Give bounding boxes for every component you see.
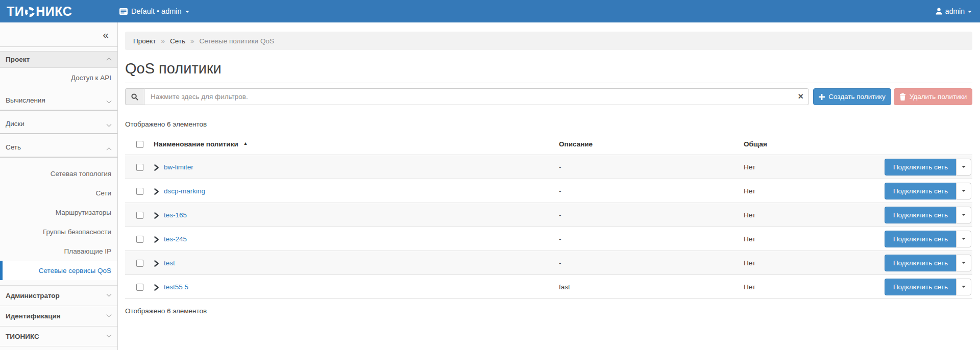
delete-policies-button[interactable]: Удалить политики	[894, 88, 972, 105]
expand-row-icon[interactable]	[154, 236, 159, 243]
clear-filter-icon[interactable]: ×	[798, 90, 803, 103]
policy-name-link[interactable]: tes-165	[164, 211, 187, 219]
row-action-dropdown-toggle[interactable]	[956, 159, 971, 176]
row-action-group: Подключить сеть	[885, 279, 971, 295]
section-label: Идентификация	[6, 312, 61, 320]
tionix-logo[interactable]: ТИ НИКС	[0, 4, 119, 19]
column-header-shared[interactable]: Общая	[744, 135, 866, 155]
attach-network-button[interactable]: Подключить сеть	[885, 255, 956, 271]
table-row: dscp-marking - Нет Подключить сеть	[125, 179, 972, 203]
expand-row-icon[interactable]	[154, 212, 159, 219]
button-label: Создать политику	[828, 93, 886, 101]
row-checkbox-cell	[125, 155, 154, 179]
sidebar-item-routers[interactable]: Маршрутизаторы	[0, 203, 117, 222]
row-name-cell: tes-245	[154, 227, 559, 251]
column-header-description[interactable]: Описание	[559, 135, 744, 155]
sidebar-item-network-qos[interactable]: Сетевые сервисы QoS	[0, 261, 117, 280]
project-context-switcher[interactable]: Default • admin	[119, 7, 189, 15]
logo-text-right: НИКС	[36, 4, 72, 19]
row-name-cell: bw-limiter	[154, 155, 559, 179]
filter-addon	[125, 88, 144, 105]
item-label: Доступ к API	[71, 74, 111, 82]
items-count-top: Отображено 6 элементов	[125, 120, 972, 128]
sidebar-section-tionix[interactable]: ТИОНИКС	[0, 326, 117, 346]
row-checkbox[interactable]	[136, 188, 143, 195]
section-label: ТИОНИКС	[6, 333, 39, 340]
sidebar-subsection-compute[interactable]: Вычисления	[0, 87, 117, 111]
select-all-checkbox[interactable]	[136, 141, 143, 148]
attach-network-button[interactable]: Подключить сеть	[885, 183, 956, 199]
attach-network-button[interactable]: Подключить сеть	[885, 279, 956, 295]
column-header-name[interactable]: Наименование политики ▲	[154, 135, 559, 155]
sidebar-item-security-groups[interactable]: Группы безопасности	[0, 222, 117, 241]
section-label: Администратор	[6, 292, 60, 299]
chevron-down-icon	[968, 11, 972, 13]
row-action-dropdown-toggle[interactable]	[956, 255, 971, 271]
row-action-dropdown-toggle[interactable]	[956, 207, 971, 223]
policy-name-link[interactable]: test	[164, 259, 175, 267]
context-label: Default • admin	[131, 7, 182, 15]
row-actions-cell: Подключить сеть	[866, 179, 972, 203]
row-action-dropdown-toggle[interactable]	[956, 231, 971, 247]
subsection-label: Вычисления	[6, 96, 45, 104]
expand-row-icon[interactable]	[154, 188, 159, 195]
row-name-cell: test	[154, 251, 559, 275]
table-row: test55 5 fast Нет Подключить сеть	[125, 275, 972, 299]
policy-name-link[interactable]: test55 5	[164, 283, 188, 291]
main-content: Проект » Сеть » Сетевые политики QoS QoS…	[118, 22, 980, 350]
item-label: Сетевые сервисы QoS	[39, 267, 111, 274]
policy-name-link[interactable]: dscp-marking	[164, 187, 205, 195]
row-checkbox[interactable]	[136, 164, 143, 171]
attach-network-button[interactable]: Подключить сеть	[885, 207, 956, 223]
title-divider	[125, 83, 972, 83]
row-checkbox[interactable]	[136, 260, 143, 267]
network-items: Сетевая топология Сети Маршрутизаторы Гр…	[0, 164, 117, 280]
toolbar: × Создать политику Удалить политики	[125, 88, 972, 105]
sidebar-item-network-topology[interactable]: Сетевая топология	[0, 164, 117, 183]
sidebar-item-floating-ips[interactable]: Плавающие IP	[0, 241, 117, 261]
filter-input[interactable]	[144, 88, 809, 105]
expand-row-icon[interactable]	[154, 164, 159, 171]
row-action-dropdown-toggle[interactable]	[956, 183, 971, 199]
sort-asc-icon: ▲	[243, 141, 248, 146]
row-checkbox[interactable]	[136, 236, 143, 243]
sidebar-section-admin[interactable]: Администратор	[0, 285, 117, 306]
chevron-down-icon	[185, 11, 189, 13]
column-label: Общая	[744, 140, 767, 148]
row-description-cell: fast	[559, 275, 744, 299]
user-menu[interactable]: admin	[936, 7, 980, 15]
chevron-down-icon	[107, 122, 112, 127]
sidebar-subsection-volumes[interactable]: Диски	[0, 111, 117, 134]
item-label: Группы безопасности	[43, 228, 111, 236]
policy-name-link[interactable]: tes-245	[164, 235, 187, 243]
sidebar-nav: Проект Доступ к API Вычисления Диски Сет…	[0, 51, 117, 346]
row-checkbox[interactable]	[136, 212, 143, 219]
user-name: admin	[945, 7, 965, 15]
expand-row-icon[interactable]	[154, 284, 159, 291]
sidebar-section-project[interactable]: Проект	[0, 51, 117, 68]
row-checkbox-cell	[125, 179, 154, 203]
page-title: QoS политики	[125, 60, 972, 77]
row-description-cell: -	[559, 251, 744, 275]
breadcrumb-network[interactable]: Сеть	[170, 37, 185, 45]
row-checkbox-cell	[125, 251, 154, 275]
column-label: Описание	[559, 140, 593, 148]
expand-row-icon[interactable]	[154, 260, 159, 267]
sidebar-item-networks[interactable]: Сети	[0, 183, 117, 203]
sidebar: « Проект Доступ к API Вычисления Диски С…	[0, 22, 118, 350]
attach-network-button[interactable]: Подключить сеть	[885, 231, 956, 247]
sidebar-item-api-access[interactable]: Доступ к API	[0, 68, 117, 87]
create-policy-button[interactable]: Создать политику	[813, 88, 891, 105]
sidebar-collapse-button[interactable]: «	[103, 29, 109, 40]
row-checkbox[interactable]	[136, 284, 143, 291]
filter-group: ×	[125, 88, 809, 105]
row-action-dropdown-toggle[interactable]	[956, 279, 971, 295]
sidebar-section-identity[interactable]: Идентификация	[0, 306, 117, 326]
sidebar-subsection-network[interactable]: Сеть	[0, 134, 117, 158]
table-row: tes-165 - Нет Подключить сеть	[125, 203, 972, 227]
attach-network-button[interactable]: Подключить сеть	[885, 159, 956, 176]
policy-name-link[interactable]: bw-limiter	[164, 163, 193, 171]
breadcrumb-project[interactable]: Проект	[133, 37, 156, 45]
chevron-down-icon	[962, 166, 966, 168]
item-label: Маршрутизаторы	[56, 209, 111, 216]
